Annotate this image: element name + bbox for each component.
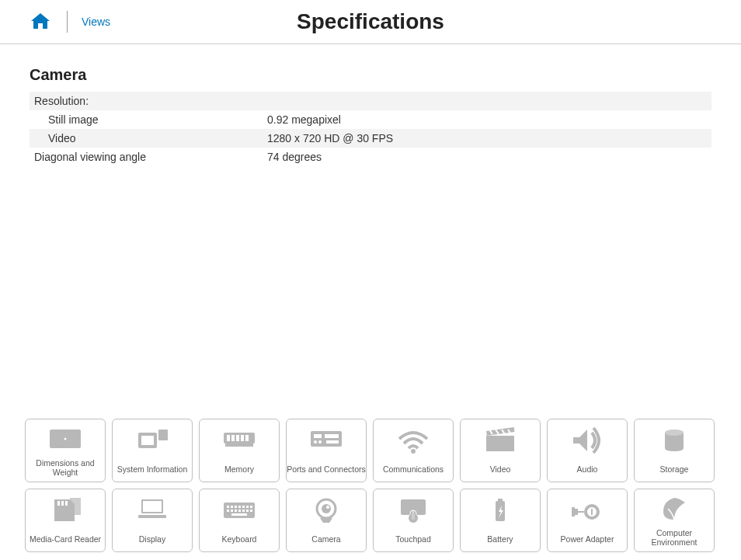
nav-label: Touchpad [395,531,431,551]
spec-value: 0.92 megapixel [267,113,707,126]
battery-icon [482,489,519,531]
touchpad-icon [395,489,432,531]
spec-label: Diagonal viewing angle [34,151,267,163]
top-nav: Views Specifications [0,0,741,44]
nav-label: System Information [117,461,187,482]
clapper-icon [482,419,519,461]
section-title: Camera [30,66,711,84]
ports-icon [308,419,345,461]
nav-label: Communications [383,461,444,482]
spec-label: Video [34,132,267,144]
spec-table: Resolution:Still image0.92 megapixelVide… [30,92,711,166]
nav-label: Audio [577,461,598,482]
spec-row: Resolution: [30,92,711,110]
spec-value: 1280 x 720 HD @ 30 FPS [267,132,707,144]
nav-label: Power Adapter [561,531,614,551]
nav-label: Battery [487,531,513,551]
nav-card-storage[interactable]: Storage [634,419,715,482]
nav-card-battery[interactable]: Battery [460,489,541,552]
nav-card-display[interactable]: Display [112,489,193,552]
spec-label: Resolution: [34,95,267,107]
nav-label: Computer Environment [635,528,714,551]
nav-label: Media-Card Reader [30,531,101,551]
drive-icon [656,419,693,461]
ram-icon [221,419,258,461]
nav-card-memory[interactable]: Memory [199,419,280,482]
adapter-icon [569,489,606,531]
home-icon [31,13,50,30]
nav-card-dimensions[interactable]: Dimensions and Weight [25,419,106,482]
nav-card-camera[interactable]: Camera [286,489,367,552]
sdcard-icon [47,489,84,531]
nav-label: Camera [311,531,340,551]
nav-card-ports[interactable]: Ports and Connectors [286,419,367,482]
nav-card-keyboard[interactable]: Keyboard [199,489,280,552]
nav-card-system-info[interactable]: System Information [112,419,193,482]
nav-label: Video [490,461,511,482]
views-link[interactable]: Views [82,16,110,28]
nav-card-power-adapter[interactable]: Power Adapter [547,489,628,552]
bottom-nav: Dimensions and WeightSystem InformationM… [0,419,741,552]
nav-card-environment[interactable]: Computer Environment [634,489,715,552]
home-link[interactable] [31,13,50,30]
wifi-icon [395,419,432,461]
spec-row: Video1280 x 720 HD @ 30 FPS [30,129,711,148]
speaker-icon [569,419,606,461]
nav-label: Dimensions and Weight [26,458,105,482]
spec-row: Diagonal viewing angle74 degrees [30,148,711,166]
nav-card-touchpad[interactable]: Touchpad [373,489,454,552]
nav-card-video[interactable]: Video [460,419,541,482]
content-area: Camera Resolution:Still image0.92 megapi… [0,44,741,166]
nav-card-media-card[interactable]: Media-Card Reader [25,489,106,552]
nav-label: Memory [224,461,254,482]
nav-card-communications[interactable]: Communications [373,419,454,482]
nav-label: Display [139,531,165,551]
webcam-icon [308,489,345,531]
laptop-closed-icon [47,419,84,458]
spec-label: Still image [34,113,267,126]
nav-label: Ports and Connectors [287,461,366,482]
chip-icon [134,419,171,461]
keyboard-icon [221,489,258,531]
page-title: Specifications [297,9,444,34]
nav-divider [67,11,68,33]
laptop-open-icon [134,489,171,531]
nav-card-audio[interactable]: Audio [547,419,628,482]
leaf-icon [656,489,693,528]
spec-value: 74 degrees [267,151,707,163]
nav-label: Storage [660,461,689,482]
spec-row: Still image0.92 megapixel [30,110,711,129]
nav-label: Keyboard [222,531,257,551]
